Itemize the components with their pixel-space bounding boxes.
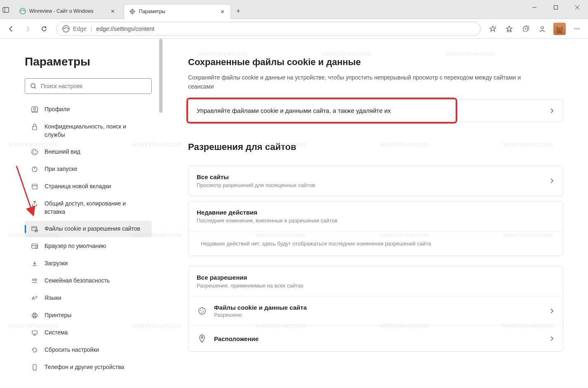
nav-privacy[interactable]: Конфиденциальность, поиск и службы (25, 119, 152, 143)
svg-point-3 (131, 10, 134, 14)
system-icon (31, 329, 39, 337)
svg-line-26 (35, 87, 36, 89)
chevron-right-icon (549, 108, 555, 114)
nav-share[interactable]: Общий доступ, копирование и вставка (25, 196, 152, 220)
download-icon (31, 259, 39, 268)
svg-point-57 (200, 310, 201, 311)
family-icon (31, 277, 39, 285)
main-content: Сохраненные файлы cookie и данные Сохран… (163, 39, 588, 388)
page-icon (31, 182, 39, 191)
svg-point-59 (201, 312, 202, 313)
nav-newtab[interactable]: Страница новой вкладки (25, 178, 152, 195)
chevron-right-icon (549, 178, 555, 184)
svg-point-13 (63, 26, 69, 32)
nav-reset[interactable]: Сбросить настройки (25, 342, 152, 358)
svg-rect-51 (32, 331, 37, 334)
svg-point-4 (132, 11, 133, 12)
svg-rect-0 (3, 7, 9, 12)
sidebar: Параметры Профили Конфиденциальность, по… (0, 39, 163, 388)
forward-button[interactable] (20, 21, 35, 37)
nav-cookies[interactable]: Файлы cookie и разрешения сайтов (25, 221, 152, 237)
share-icon (31, 200, 39, 208)
perm-location-row[interactable]: Расположение (188, 325, 563, 351)
nav-printers[interactable]: Принтеры (25, 307, 152, 324)
tab-label: Winreview - Сайт о Windows (29, 8, 107, 14)
nav-appearance[interactable]: Внешний вид (25, 144, 152, 160)
languages-icon: A字 (31, 294, 39, 302)
nav-system[interactable]: Система (25, 325, 152, 341)
favicon-edge-icon (19, 8, 26, 14)
svg-point-21 (560, 29, 561, 30)
printer-icon (31, 311, 39, 320)
svg-rect-37 (32, 227, 37, 231)
lock-icon (31, 123, 39, 131)
person-icon[interactable] (534, 21, 550, 37)
profile-avatar[interactable] (553, 23, 566, 35)
cookies-icon (31, 225, 39, 233)
nav-languages[interactable]: A字Языки (25, 290, 152, 306)
nav-downloads[interactable]: Загрузки (25, 255, 152, 272)
favorites-icon[interactable] (501, 21, 517, 37)
svg-point-28 (34, 108, 36, 110)
tab-label: Параметры (139, 9, 216, 14)
close-window-button[interactable] (567, 0, 588, 15)
svg-point-61 (201, 337, 203, 338)
toolbar: Edge|edge://settings/content + (0, 19, 588, 39)
heading-cookies: Сохраненные файлы cookie и данные (188, 57, 563, 68)
tab-winreview[interactable]: Winreview - Сайт о Windows ✕ (14, 4, 121, 19)
nav-startup[interactable]: При запуске (25, 161, 152, 178)
phone-icon (31, 363, 39, 372)
back-button[interactable] (3, 21, 19, 37)
search-input[interactable] (41, 83, 146, 89)
minimize-button[interactable] (524, 0, 545, 15)
svg-point-25 (31, 84, 35, 88)
tab-actions-icon[interactable] (0, 0, 12, 19)
nav-phone[interactable]: Телефон и другие устройства (25, 359, 152, 376)
nav-profiles[interactable]: Профили (25, 101, 152, 118)
sidebar-title: Параметры (25, 55, 152, 68)
svg-point-45 (35, 279, 37, 280)
sidebar-scrollbar[interactable] (159, 39, 162, 113)
tab-close-icon[interactable]: ✕ (219, 8, 226, 15)
title-bar: Winreview - Сайт о Windows ✕ Параметры ✕… (0, 0, 588, 19)
cookies-description: Сохраняйте файлы cookie и данные на устр… (188, 73, 526, 91)
svg-point-24 (579, 28, 579, 29)
power-icon (31, 165, 39, 173)
nav-family[interactable]: Семейная безопасность (25, 273, 152, 289)
tab-settings[interactable]: Параметры ✕ (124, 4, 231, 19)
svg-point-55 (34, 369, 35, 370)
url-bar[interactable]: Edge|edge://settings/content (56, 22, 481, 36)
svg-point-44 (33, 279, 34, 280)
window-controls (524, 0, 588, 19)
new-tab-button[interactable]: + (231, 4, 246, 19)
svg-rect-40 (32, 244, 38, 248)
svg-text:字: 字 (35, 296, 38, 299)
nav-default-browser[interactable]: Браузер по умолчанию (25, 238, 152, 255)
search-box[interactable] (25, 78, 152, 94)
svg-point-60 (203, 311, 204, 312)
perm-cookies-row[interactable]: Файлы cookie и данные сайтаРазрешено (188, 296, 563, 325)
location-icon (197, 333, 207, 344)
svg-point-30 (33, 151, 34, 152)
tab-close-icon[interactable]: ✕ (109, 8, 116, 14)
collections-icon[interactable] (518, 21, 534, 37)
maximize-button[interactable] (545, 0, 567, 15)
browser-icon (31, 242, 39, 250)
svg-point-32 (35, 153, 35, 154)
svg-point-56 (199, 308, 205, 314)
heading-site-permissions: Разрешения для сайтов (188, 142, 563, 152)
star-plus-icon[interactable]: + (485, 21, 501, 37)
svg-point-20 (558, 29, 559, 30)
more-icon[interactable] (569, 21, 585, 37)
svg-rect-49 (33, 313, 36, 314)
svg-point-23 (576, 28, 577, 29)
all-sites-card[interactable]: Все сайты Просмотр разрешений для посеще… (188, 166, 563, 196)
chevron-right-icon (549, 336, 555, 341)
svg-point-31 (33, 152, 34, 153)
manage-cookies-card[interactable]: Управляйте файлами cookie и данными сайт… (188, 99, 563, 122)
refresh-button[interactable] (36, 21, 52, 37)
svg-point-58 (202, 309, 203, 310)
profile-icon (31, 105, 39, 114)
svg-rect-29 (33, 126, 37, 130)
reset-icon (31, 346, 39, 354)
